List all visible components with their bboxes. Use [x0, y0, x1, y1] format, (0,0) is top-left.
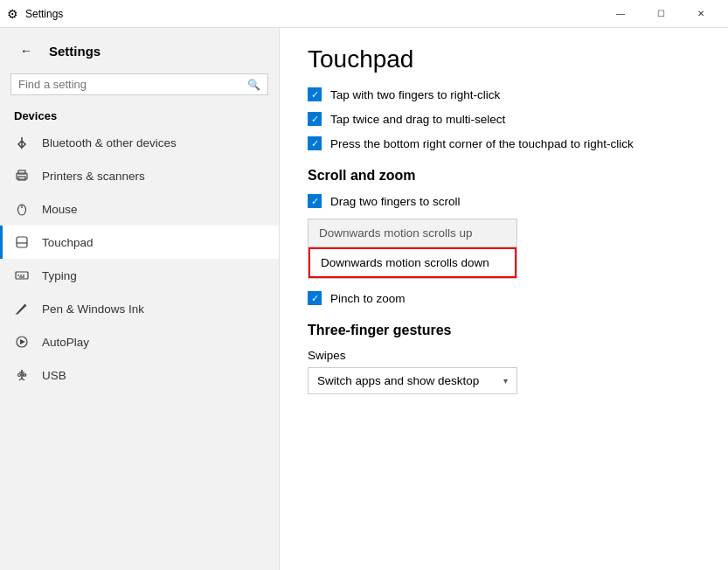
checkbox-pinch-zoom-label: Pinch to zoom — [330, 292, 406, 305]
sidebar-item-mouse[interactable]: Mouse — [0, 192, 279, 226]
printer-icon — [14, 168, 30, 184]
page-title: Touchpad — [308, 45, 700, 73]
sidebar-settings-title: Settings — [49, 44, 101, 59]
content-area: Touchpad Tap with two fingers to right-c… — [280, 28, 728, 570]
svg-rect-7 — [16, 272, 28, 279]
touchpad-icon — [14, 234, 30, 250]
search-icon: 🔍 — [247, 79, 260, 91]
scroll-down-option[interactable]: Downwards motion scrolls down — [309, 247, 517, 278]
checkbox-tap-right-click: Tap with two fingers to right-click — [308, 87, 700, 101]
title-bar: ⚙ Settings — ☐ ✕ — [0, 0, 728, 28]
sidebar-item-pen[interactable]: Pen & Windows Ink — [0, 292, 279, 325]
back-icon: ← — [20, 44, 32, 58]
bluetooth-icon — [14, 135, 30, 150]
scroll-up-option[interactable]: Downwards motion scrolls up — [309, 219, 517, 247]
pen-icon — [14, 301, 30, 316]
autoplay-icon — [14, 334, 30, 350]
devices-section-label: Devices — [0, 102, 279, 126]
svg-rect-17 — [24, 374, 26, 376]
checkbox-bottom-right-click: Press the bottom right corner of the tou… — [308, 136, 700, 150]
checkbox-tap-right-click-label: Tap with two fingers to right-click — [330, 88, 500, 101]
sidebar-item-autoplay[interactable]: AutoPlay — [0, 325, 279, 358]
scroll-direction-dropdown[interactable]: Downwards motion scrolls up Downwards mo… — [308, 219, 517, 279]
sidebar-item-typing[interactable]: Typing — [0, 259, 279, 292]
swipes-label: Swipes — [308, 349, 700, 362]
sidebar-item-usb[interactable]: USB — [0, 358, 279, 392]
usb-icon — [14, 367, 30, 383]
checkbox-pinch-zoom-input[interactable] — [308, 291, 322, 305]
sidebar-header: ← Settings — [0, 28, 279, 70]
checkbox-tap-drag: Tap twice and drag to multi-select — [308, 112, 700, 126]
svg-rect-5 — [17, 237, 27, 247]
svg-marker-13 — [20, 339, 25, 344]
svg-line-18 — [19, 379, 22, 380]
title-bar-left: ⚙ Settings — [7, 7, 600, 21]
pen-label: Pen & Windows Ink — [42, 302, 144, 316]
minimize-button[interactable]: — — [600, 0, 641, 28]
close-button[interactable]: ✕ — [681, 0, 721, 28]
maximize-button[interactable]: ☐ — [641, 0, 681, 28]
checkbox-bottom-right-click-label: Press the bottom right corner of the tou… — [330, 137, 634, 150]
search-box[interactable]: 🔍 — [10, 73, 268, 95]
search-input[interactable] — [18, 78, 247, 91]
typing-label: Typing — [42, 269, 77, 282]
usb-label: USB — [42, 369, 66, 382]
touchpad-label: Touchpad — [42, 236, 94, 249]
typing-icon — [14, 268, 30, 283]
swipes-dropdown[interactable]: Switch apps and show desktop ▾ — [308, 367, 517, 394]
bluetooth-label: Bluetooth & other devices — [42, 136, 177, 149]
three-finger-title: Three-finger gestures — [308, 323, 700, 338]
svg-line-19 — [22, 379, 24, 380]
checkbox-drag-scroll-input[interactable] — [308, 194, 322, 208]
svg-point-16 — [18, 374, 21, 377]
settings-icon: ⚙ — [7, 7, 18, 21]
sidebar: ← Settings 🔍 Devices Bluetooth & other d… — [0, 28, 280, 570]
checkbox-bottom-right-click-input[interactable] — [308, 136, 322, 150]
checkbox-drag-scroll-label: Drag two fingers to scroll — [330, 195, 461, 208]
checkbox-tap-right-click-input[interactable] — [308, 87, 322, 101]
swipes-value: Switch apps and show desktop — [317, 374, 479, 387]
mouse-icon — [14, 201, 30, 217]
mouse-label: Mouse — [42, 203, 78, 216]
checkbox-pinch-zoom: Pinch to zoom — [308, 291, 700, 305]
checkbox-tap-drag-input[interactable] — [308, 112, 322, 126]
app-container: ← Settings 🔍 Devices Bluetooth & other d… — [0, 28, 728, 570]
title-bar-title: Settings — [25, 8, 63, 20]
back-button[interactable]: ← — [14, 38, 38, 63]
sidebar-item-printers[interactable]: Printers & scanners — [0, 159, 279, 192]
title-bar-controls: — ☐ ✕ — [600, 0, 721, 28]
sidebar-item-bluetooth[interactable]: Bluetooth & other devices — [0, 126, 279, 159]
chevron-down-icon: ▾ — [503, 376, 508, 386]
sidebar-item-touchpad[interactable]: Touchpad — [0, 226, 279, 259]
checkbox-drag-scroll: Drag two fingers to scroll — [308, 194, 700, 208]
autoplay-label: AutoPlay — [42, 336, 89, 349]
scroll-zoom-title: Scroll and zoom — [308, 168, 700, 184]
checkbox-tap-drag-label: Tap twice and drag to multi-select — [330, 113, 505, 126]
printers-label: Printers & scanners — [42, 170, 145, 183]
